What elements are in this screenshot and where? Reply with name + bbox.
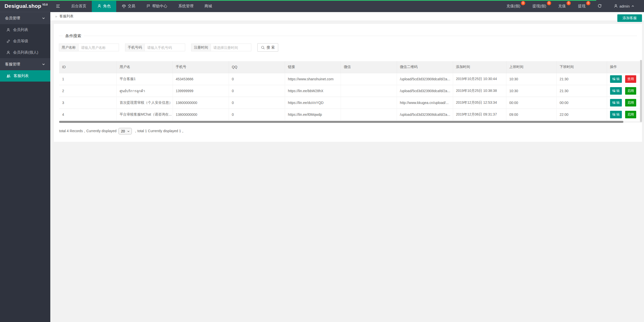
page-title: 客服列表	[59, 14, 73, 19]
nav-item-label: 帮助中心	[152, 4, 167, 9]
chevron-up-icon	[631, 5, 634, 8]
edit-button[interactable]: 编 辑	[610, 75, 622, 83]
username-field-label: 用户名称	[59, 44, 78, 51]
cell-added-time: 2019年10月25日 10:30:44	[453, 73, 506, 85]
cell-work-start: 10:30	[506, 85, 556, 97]
sidebar-group-label: 客服管理	[5, 62, 20, 67]
chevron-down-icon	[42, 16, 45, 20]
col-header-username: 用户名	[116, 61, 173, 73]
search-button[interactable]: 搜 索	[257, 43, 278, 52]
col-header-wechat: 微信	[341, 61, 397, 73]
quick-withdraw-fake[interactable]: 提现(假) 0	[526, 0, 552, 12]
register-time-input[interactable]	[211, 44, 251, 51]
enable-button[interactable]: 启用	[625, 87, 636, 95]
sidebar-group-member-management[interactable]: 会员管理	[0, 12, 50, 24]
quick-recharge-fake[interactable]: 充值(假) 0	[500, 0, 526, 12]
admin-user-menu[interactable]: admin	[608, 0, 640, 12]
cell-phone: 13800000000	[173, 97, 229, 109]
col-header-link: 链接	[285, 61, 341, 73]
cell-work-start: 10:30	[506, 73, 556, 85]
cell-link: https://lin.ee/duVxYQD	[285, 97, 341, 109]
table-row: 4 平台审核客服MChat（请咨询在... 13800000000 0 http…	[59, 109, 640, 120]
register-time-field-label: 注册时间	[191, 44, 211, 51]
sidebar-group-label: 会员管理	[5, 16, 20, 21]
nav-item-home[interactable]: 后台首页	[66, 0, 92, 12]
cell-actions: 编 辑 启用	[607, 109, 640, 120]
quick-item-label: 充值	[558, 4, 566, 9]
nav-item-label: 后台首页	[71, 4, 86, 9]
col-header-work-end: 下班时间	[556, 61, 607, 73]
sidebar-item-label: 会员列表	[13, 27, 28, 32]
nav-item-trade[interactable]: 交易	[116, 0, 141, 12]
add-service-button[interactable]: 添加客服	[617, 14, 642, 22]
cell-phone: 453453666	[173, 73, 229, 85]
quick-withdraw[interactable]: 提现 0	[572, 0, 591, 12]
cell-actions: 编 辑 启用	[607, 97, 640, 109]
cell-id: 2	[59, 85, 116, 97]
chevron-down-icon	[42, 62, 45, 66]
app-logo-text: Desigual.shop	[5, 3, 41, 9]
cell-username: 平台客服1	[116, 73, 173, 85]
search-icon	[261, 46, 265, 50]
cell-work-end: 00:00	[556, 97, 607, 109]
sidebar-group-service-management[interactable]: 客服管理	[0, 58, 50, 70]
cell-work-start: 09:00	[506, 109, 556, 120]
cell-wechat-qr: http://www.kkugea.cn/upload/...	[397, 97, 453, 109]
username-field-group: 用户名称	[59, 44, 119, 51]
vertical-scrollbar-thumb[interactable]	[640, 60, 642, 122]
cell-phone: 139999999	[173, 85, 229, 97]
page-size-select[interactable]: 20	[118, 128, 132, 134]
notification-badge: 0	[521, 1, 525, 5]
user-icon	[6, 51, 10, 55]
enable-button[interactable]: 启用	[625, 111, 636, 118]
link-icon	[6, 39, 10, 43]
search-form: 用户名称 手机号码 注册时间 搜 索	[59, 43, 637, 52]
horizontal-scrollbar-thumb[interactable]	[59, 121, 623, 123]
refresh-button[interactable]	[591, 0, 608, 12]
notification-badge: 0	[567, 1, 571, 5]
col-header-work-start: 上班时间	[506, 61, 556, 73]
edit-button[interactable]: 编 辑	[610, 99, 622, 106]
sidebar-item-service-list[interactable]: 客服列表	[0, 70, 50, 82]
quick-recharge[interactable]: 充值 0	[552, 0, 572, 12]
nav-item-label: 系统管理	[178, 4, 193, 9]
horizontal-scrollbar[interactable]	[59, 121, 642, 123]
cell-link: https://lin.ee/bbW28hX	[285, 85, 341, 97]
hamburger-icon	[56, 4, 60, 8]
phone-input[interactable]	[144, 44, 185, 51]
register-time-field-group: 注册时间	[191, 44, 251, 51]
nav-menu-toggle[interactable]	[50, 0, 66, 12]
notification-badge: 0	[547, 1, 551, 5]
cell-wechat	[341, 85, 397, 97]
disable-button[interactable]: 禁用	[625, 75, 636, 83]
notification-badge: 0	[586, 1, 590, 5]
user-icon	[614, 4, 618, 8]
sidebar-item-member-list[interactable]: 会员列表	[0, 24, 50, 35]
col-header-phone: 手机号	[173, 61, 229, 73]
enable-button[interactable]: 启用	[625, 99, 636, 106]
admin-username: admin	[619, 4, 630, 8]
app-version: V3.0	[42, 3, 48, 6]
service-table: ID 用户名 手机号 QQ 链接 微信 微信二维码 添加时间 上班时间 下班时间…	[59, 61, 640, 120]
quick-item-label: 提现	[578, 4, 585, 9]
sidebar-item-member-list-fake[interactable]: 会员列表(假人)	[0, 47, 50, 58]
pagination-prefix-text: total 4 Records，Currently displayed	[59, 129, 116, 133]
sidebar-item-member-level[interactable]: 会员等级	[0, 35, 50, 47]
users-icon	[6, 74, 11, 78]
pagination-suffix-text: ，total 1 Currently displayed 1 。	[134, 129, 185, 133]
search-button-label: 搜 索	[267, 45, 275, 50]
cell-id: 4	[59, 109, 116, 120]
nav-item-roles[interactable]: 角色	[92, 0, 116, 12]
phone-field-group: 手机号码	[125, 44, 185, 51]
edit-button[interactable]: 编 辑	[610, 87, 622, 95]
nav-item-help-center[interactable]: 帮助中心	[141, 0, 173, 12]
top-accent-strip	[0, 0, 596, 1]
vertical-scrollbar[interactable]	[640, 60, 642, 122]
edit-button[interactable]: 编 辑	[610, 111, 622, 118]
nav-item-mall[interactable]: 商城	[199, 0, 218, 12]
quick-item-label: 提现(假)	[532, 4, 546, 9]
nav-item-system[interactable]: 系统管理	[173, 0, 199, 12]
main-content: » 客服列表 添加客服 条件搜索 用户名称 手机号码 注册时间	[50, 12, 644, 322]
sidebar: 会员管理 会员列表 会员等级 会员列表(假人) 客服管理 客服列表	[0, 12, 50, 322]
username-input[interactable]	[78, 44, 119, 51]
